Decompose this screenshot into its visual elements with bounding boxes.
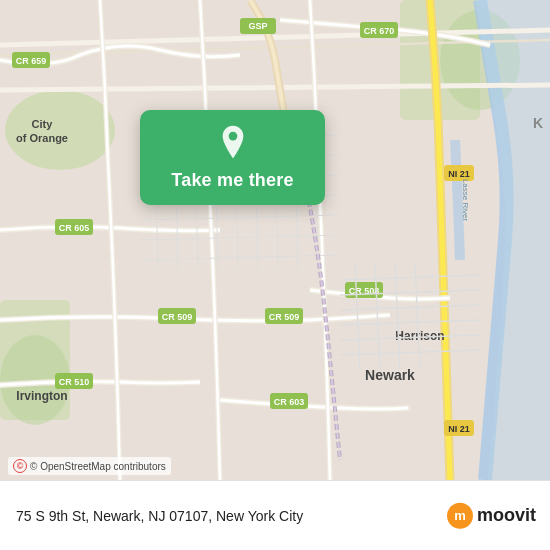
svg-text:CR 670: CR 670: [364, 26, 395, 36]
moovit-logo: m moovit: [447, 503, 536, 528]
footer-bar: 75 S 9th St, Newark, NJ 07107, New York …: [0, 480, 550, 550]
svg-text:CR 509: CR 509: [269, 312, 300, 322]
map-background: CR 659 CR 670 GSP NI 21 NI 21 CR 605 CR …: [0, 0, 550, 480]
svg-text:Irvington: Irvington: [16, 389, 67, 403]
svg-text:NI 21: NI 21: [448, 424, 470, 434]
svg-text:CR 509: CR 509: [162, 312, 193, 322]
svg-point-1: [5, 90, 115, 170]
svg-text:of Orange: of Orange: [16, 132, 68, 144]
take-me-there-button[interactable]: Take me there: [140, 110, 325, 205]
svg-text:CR 603: CR 603: [274, 397, 305, 407]
osm-attribution: © © OpenStreetMap contributors: [8, 457, 171, 475]
svg-text:CR 605: CR 605: [59, 223, 90, 233]
svg-text:K: K: [533, 115, 543, 131]
take-me-there-label: Take me there: [171, 170, 293, 191]
location-pin-icon: [214, 124, 252, 162]
svg-text:City: City: [32, 118, 54, 130]
svg-text:NI 21: NI 21: [448, 169, 470, 179]
svg-text:CR 659: CR 659: [16, 56, 47, 66]
moovit-text: moovit: [477, 505, 536, 526]
svg-point-64: [228, 132, 237, 141]
svg-text:GSP: GSP: [248, 21, 267, 31]
svg-text:Newark: Newark: [365, 367, 415, 383]
svg-text:CR 510: CR 510: [59, 377, 90, 387]
map-container: CR 659 CR 670 GSP NI 21 NI 21 CR 605 CR …: [0, 0, 550, 480]
moovit-icon: m: [447, 503, 473, 529]
osm-text: © OpenStreetMap contributors: [30, 461, 166, 472]
svg-text:Lasse River: Lasse River: [461, 179, 470, 222]
osm-circle-icon: ©: [13, 459, 27, 473]
